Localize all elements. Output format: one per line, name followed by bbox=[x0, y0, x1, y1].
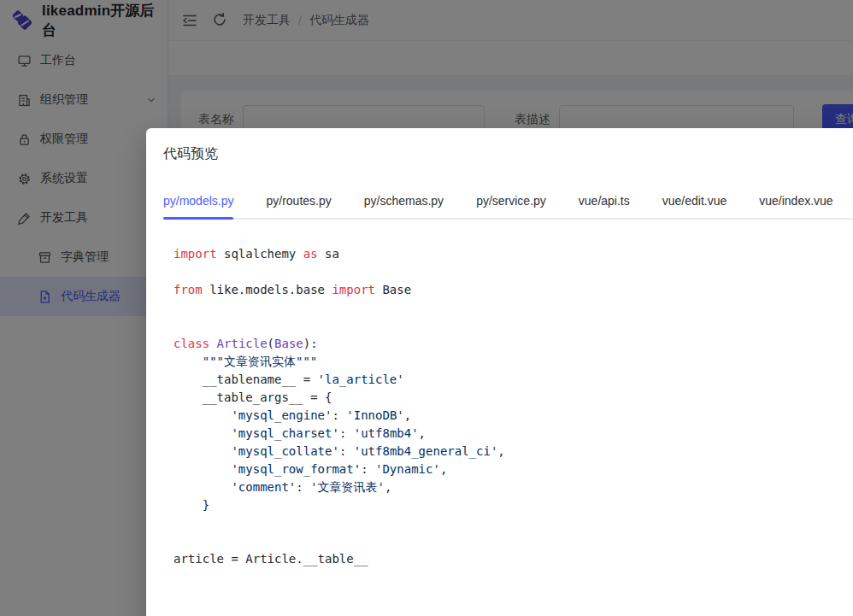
code-line: class Article(Base): bbox=[174, 335, 853, 353]
code-line: 'mysql_charset': 'utf8mb4', bbox=[174, 425, 853, 443]
tab-vue-index[interactable]: vue/index.vue bbox=[759, 184, 832, 218]
tab-vue-edit[interactable]: vue/edit.vue bbox=[662, 184, 727, 218]
code-line: 'mysql_collate': 'utf8mb4_general_ci', bbox=[174, 443, 853, 461]
code-line: import sqlalchemy as sa bbox=[174, 245, 853, 263]
code-line: article = Article.__table__ bbox=[174, 550, 853, 568]
tab-py-schemas[interactable]: py/schemas.py bbox=[364, 184, 444, 218]
tab-py-routes[interactable]: py/routes.py bbox=[266, 184, 331, 218]
code-line bbox=[174, 317, 853, 335]
code-line bbox=[174, 263, 853, 281]
code-line: } bbox=[174, 496, 853, 514]
code-preview-modal: 代码预览 py/models.py py/routes.py py/schema… bbox=[146, 128, 853, 616]
code-line: 'mysql_row_format': 'Dynamic', bbox=[174, 461, 853, 478]
code-line: __tablename__ = 'la_article' bbox=[174, 371, 853, 389]
code-line: 'mysql_engine': 'InnoDB', bbox=[174, 407, 853, 425]
modal-title: 代码预览 bbox=[146, 145, 853, 162]
code-line: from like.models.base import Base bbox=[174, 281, 853, 299]
tab-vue-api[interactable]: vue/api.ts bbox=[579, 184, 630, 218]
tab-py-service[interactable]: py/service.py bbox=[476, 184, 546, 218]
file-tabs: py/models.py py/routes.py py/schemas.py … bbox=[163, 184, 853, 220]
code-line bbox=[174, 514, 853, 532]
code-line: """文章资讯实体""" bbox=[174, 353, 853, 371]
code-line bbox=[174, 299, 853, 317]
tab-py-models[interactable]: py/models.py bbox=[163, 184, 233, 218]
code-block: import sqlalchemy as sa from like.models… bbox=[174, 245, 853, 568]
code-line: 'comment': '文章资讯表', bbox=[174, 478, 853, 496]
code-line: __table_args__ = { bbox=[174, 389, 853, 407]
code-line bbox=[174, 532, 853, 550]
